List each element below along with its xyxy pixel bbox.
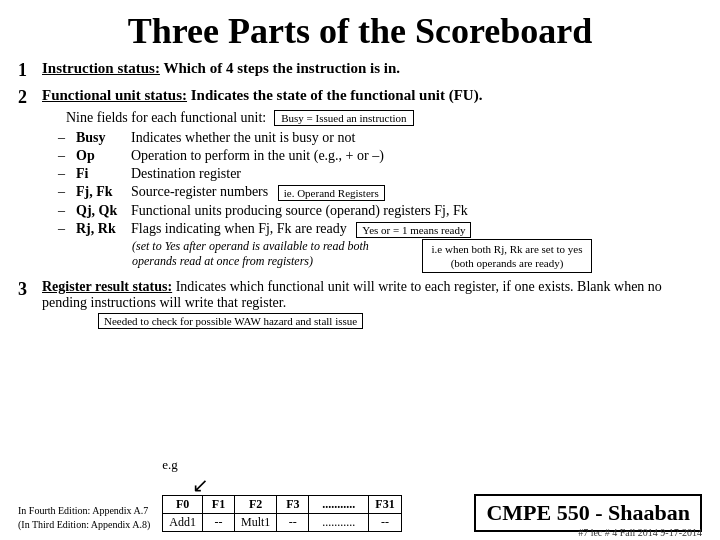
- waw-tooltip: Needed to check for possible WAW hazard …: [98, 313, 363, 329]
- eg-table: F0 F1 F2 F3 ........... F31 Add1 -- Mult…: [162, 495, 401, 532]
- section3-label: Register result status:: [42, 279, 172, 294]
- cell-dash3: --: [369, 514, 401, 532]
- section3-content: Register result status: Indicates which …: [42, 279, 702, 311]
- cell-add1: Add1: [163, 514, 203, 532]
- col-f31: F31: [369, 496, 401, 514]
- col-f2: F2: [234, 496, 276, 514]
- list-item: – Busy Indicates whether the unit is bus…: [58, 130, 702, 146]
- operand-reg-tooltip: ie. Operand Registers: [278, 185, 385, 201]
- eg-label: e.g: [162, 457, 462, 473]
- section2-num: 2: [18, 87, 36, 108]
- section3-num: 3: [18, 279, 36, 300]
- col-f3: F3: [277, 496, 309, 514]
- section1-text: Which of 4 steps the instruction is in.: [160, 60, 400, 76]
- list-item: – Rj, Rk Flags indicating when Fj, Fk ar…: [58, 221, 702, 238]
- edition-line1: In Fourth Edition: Appendix A.7: [18, 504, 150, 518]
- cell-dash2: --: [277, 514, 309, 532]
- items-list: – Busy Indicates whether the unit is bus…: [58, 130, 702, 273]
- section2-intro: Functional unit status: Indicates the st…: [42, 87, 482, 104]
- list-item: – Fj, Fk Source-register numbers ie. Ope…: [58, 184, 702, 201]
- list-item: – Qj, Qk Functional units producing sour…: [58, 203, 702, 219]
- section3: 3 Register result status: Indicates whic…: [18, 279, 702, 329]
- list-item: – Op Operation to perform in the unit (e…: [58, 148, 702, 164]
- edition-note: In Fourth Edition: Appendix A.7 (In Thir…: [18, 504, 150, 532]
- list-item: – Fi Destination register: [58, 166, 702, 182]
- section2-line2-text: Nine fields for each functional unit:: [66, 110, 266, 126]
- section2-label: Functional unit status:: [42, 87, 187, 103]
- rj-note-area: (set to Yes after operand is available t…: [132, 239, 702, 274]
- busy-tooltip: Busy = Issued an instruction: [274, 110, 413, 126]
- edition-line2: (In Third Edition: Appendix A.8): [18, 518, 150, 532]
- section2-intro-text: Indicates the state of the functional un…: [187, 87, 482, 103]
- col-f0: F0: [163, 496, 203, 514]
- eg-section: e.g ↙ F0 F1 F2 F3 ........... F31 Add1: [162, 457, 462, 532]
- rj-sidebox: i.e when both Rj, Rk are set to yes (bot…: [422, 239, 592, 274]
- section2: 2 Functional unit status: Indicates the …: [18, 87, 702, 273]
- table-row: Add1 -- Mult1 -- ........... --: [163, 514, 401, 532]
- footer-note: #7 lec # 4 Fall 2014 9-17-2014: [578, 527, 702, 538]
- section1-content: Instruction status: Which of 4 steps the…: [42, 60, 400, 77]
- section1-label: Instruction status:: [42, 60, 160, 76]
- section1: 1 Instruction status: Which of 4 steps t…: [18, 60, 702, 81]
- rj-subtext: (set to Yes after operand is available t…: [132, 239, 412, 269]
- bottom-area: In Fourth Edition: Appendix A.7 (In Thir…: [18, 457, 702, 532]
- cell-dash1: --: [202, 514, 234, 532]
- cell-dots2: ...........: [309, 514, 369, 532]
- waw-box-row: Needed to check for possible WAW hazard …: [98, 313, 702, 329]
- table-header-row: F0 F1 F2 F3 ........... F31: [163, 496, 401, 514]
- page: Three Parts of the Scoreboard 1 Instruct…: [0, 0, 720, 540]
- cell-mult1: Mult1: [234, 514, 276, 532]
- col-f1: F1: [202, 496, 234, 514]
- page-title: Three Parts of the Scoreboard: [18, 10, 702, 52]
- section2-line2: Nine fields for each functional unit: Bu…: [42, 110, 702, 126]
- yes-or-tooltip: Yes or = 1 means ready: [356, 222, 471, 238]
- eg-arrow: ↙: [192, 475, 462, 495]
- col-dots: ...........: [309, 496, 369, 514]
- section1-num: 1: [18, 60, 36, 81]
